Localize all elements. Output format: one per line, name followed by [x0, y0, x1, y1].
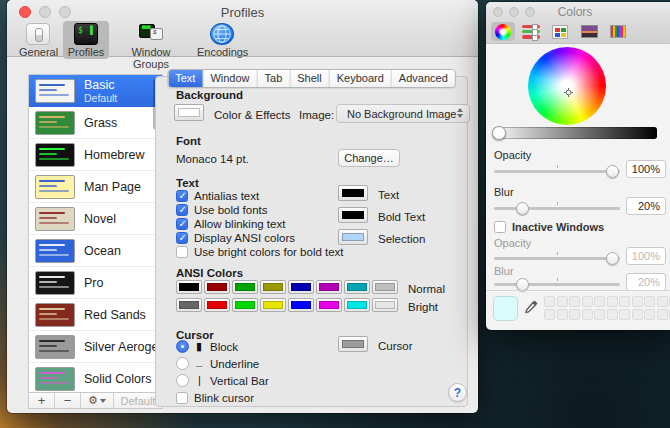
add-profile-button[interactable]: +: [29, 393, 55, 408]
ansi-bright-white-well[interactable]: [372, 298, 398, 312]
ansi-bright-label: Bright: [408, 301, 438, 313]
ansi-bright-green-well[interactable]: [232, 298, 258, 312]
blur-value-field[interactable]: 20%: [626, 197, 666, 215]
ansi-normal-cyan-well[interactable]: [344, 280, 370, 294]
inactive-windows-label: Inactive Windows: [512, 221, 604, 233]
inactive-opacity-slider-knob[interactable]: [606, 252, 619, 265]
color-wheel[interactable]: [528, 47, 606, 125]
ansi-bright-red-well[interactable]: [204, 298, 230, 312]
color-wheel-cursor[interactable]: [564, 83, 573, 92]
pencils-mode-button[interactable]: [606, 22, 630, 41]
tab-window[interactable]: Window: [203, 70, 257, 87]
cursor-underline-radio[interactable]: [176, 357, 189, 370]
ansi-normal-blue-well[interactable]: [288, 280, 314, 294]
profile-row-solid-colors[interactable]: Solid Colors: [29, 363, 162, 392]
profile-name: Red Sands: [84, 308, 146, 322]
background-color-well[interactable]: [174, 104, 204, 121]
blink-cursor-label: Blink cursor: [194, 392, 254, 404]
profile-thumbnail: [35, 335, 75, 359]
ansi-normal-yellow-well[interactable]: [260, 280, 286, 294]
blinking-text-checkbox[interactable]: [176, 218, 188, 230]
toolbar-item-window-groups[interactable]: Window Groups: [111, 21, 191, 71]
ansi-bright-blue-well[interactable]: [288, 298, 314, 312]
change-font-button[interactable]: Change…: [338, 149, 400, 167]
profile-thumbnail: [35, 175, 75, 199]
profile-row-homebrew[interactable]: Homebrew: [29, 139, 162, 171]
help-button[interactable]: ?: [448, 383, 467, 402]
ansi-bright-yellow-well[interactable]: [260, 298, 286, 312]
brightness-slider-knob[interactable]: [492, 126, 506, 140]
cursor-well-label: Cursor: [378, 340, 413, 352]
sliders-mode-button[interactable]: [519, 22, 543, 41]
brightness-gradient-slider[interactable]: [493, 127, 657, 139]
profile-list: BasicDefault Grass Homebrew Man Page Nov…: [28, 74, 163, 392]
tab-text[interactable]: Text: [168, 70, 203, 87]
tab-keyboard[interactable]: Keyboard: [330, 70, 392, 87]
profile-row-red-sands[interactable]: Red Sands: [29, 299, 162, 331]
titlebar[interactable]: Profiles General Profiles Window Groups …: [7, 0, 478, 57]
palettes-mode-button[interactable]: [548, 22, 572, 41]
colors-titlebar[interactable]: Colors: [486, 2, 670, 19]
settings-tabbar: Text Window Tab Shell Keyboard Advanced: [167, 69, 456, 88]
profile-row-pro[interactable]: Pro: [29, 267, 162, 299]
blink-cursor-checkbox[interactable]: [176, 392, 188, 404]
antialias-checkbox[interactable]: [176, 190, 188, 202]
toolbar-item-general[interactable]: General: [15, 21, 61, 59]
profile-name: Pro: [84, 276, 103, 290]
inactive-opacity-slider[interactable]: [494, 257, 620, 260]
cursor-vertical-bar-label: Vertical Bar: [210, 375, 269, 387]
ansi-bright-cyan-well[interactable]: [344, 298, 370, 312]
inactive-blur-slider[interactable]: [494, 283, 620, 286]
tab-tab[interactable]: Tab: [258, 70, 291, 87]
remove-profile-button[interactable]: −: [55, 393, 81, 408]
tab-shell[interactable]: Shell: [290, 70, 329, 87]
profile-thumbnail: [35, 207, 75, 231]
cursor-vertical-bar-radio[interactable]: [176, 374, 189, 387]
ansi-colors-checkbox[interactable]: [176, 232, 188, 244]
ansi-bright-black-well[interactable]: [176, 298, 202, 312]
image-palettes-mode-button[interactable]: [577, 22, 601, 41]
opacity-value-field[interactable]: 100%: [626, 160, 666, 178]
profile-row-man-page[interactable]: Man Page: [29, 171, 162, 203]
profile-row-basic[interactable]: BasicDefault: [29, 75, 162, 107]
opacity-slider-knob[interactable]: [606, 165, 619, 178]
current-color-well[interactable]: [493, 296, 518, 321]
ansi-normal-red-well[interactable]: [204, 280, 230, 294]
color-wheel-mode-button[interactable]: [491, 22, 515, 41]
profile-row-novel[interactable]: Novel: [29, 203, 162, 235]
inactive-windows-checkbox[interactable]: [494, 221, 506, 233]
bright-bold-checkbox[interactable]: [176, 246, 188, 258]
inactive-opacity-value-field[interactable]: 100%: [626, 247, 666, 265]
font-heading: Font: [176, 135, 201, 147]
profile-row-ocean[interactable]: Ocean: [29, 235, 162, 267]
inactive-blur-value-field[interactable]: 20%: [626, 273, 666, 291]
saved-swatches-grid[interactable]: [544, 296, 670, 321]
eyedropper-icon[interactable]: [524, 298, 540, 318]
ansi-normal-magenta-well[interactable]: [316, 280, 342, 294]
profile-actions-menu-button[interactable]: ⚙: [81, 393, 114, 408]
background-image-popup[interactable]: No Background Image: [336, 104, 470, 123]
tab-advanced[interactable]: Advanced: [392, 70, 455, 87]
window-groups-icon: [139, 23, 163, 45]
opacity-slider[interactable]: [494, 170, 620, 173]
toolbar-item-profiles[interactable]: Profiles: [63, 21, 109, 59]
profile-row-grass[interactable]: Grass: [29, 107, 162, 139]
popup-value: No Background Image: [347, 108, 456, 120]
cursor-block-radio[interactable]: [176, 340, 189, 353]
chevron-down-icon: [100, 399, 106, 403]
bold-fonts-checkbox[interactable]: [176, 204, 188, 216]
toolbar-label: Encodings: [197, 46, 248, 58]
bold-text-color-well[interactable]: [338, 207, 368, 223]
ansi-bright-magenta-well[interactable]: [316, 298, 342, 312]
blur-slider[interactable]: [494, 207, 620, 210]
text-color-well[interactable]: [338, 185, 368, 201]
profile-row-silver-aerogel[interactable]: Silver Aerogel: [29, 331, 162, 363]
divider: [486, 290, 670, 291]
toolbar-item-encodings[interactable]: Encodings: [193, 21, 251, 59]
cursor-color-well[interactable]: [338, 336, 368, 352]
ansi-normal-black-well[interactable]: [176, 280, 202, 294]
ansi-normal-white-well[interactable]: [372, 280, 398, 294]
ansi-normal-green-well[interactable]: [232, 280, 258, 294]
blur-slider-knob[interactable]: [516, 202, 529, 215]
selection-color-well[interactable]: [338, 229, 368, 245]
